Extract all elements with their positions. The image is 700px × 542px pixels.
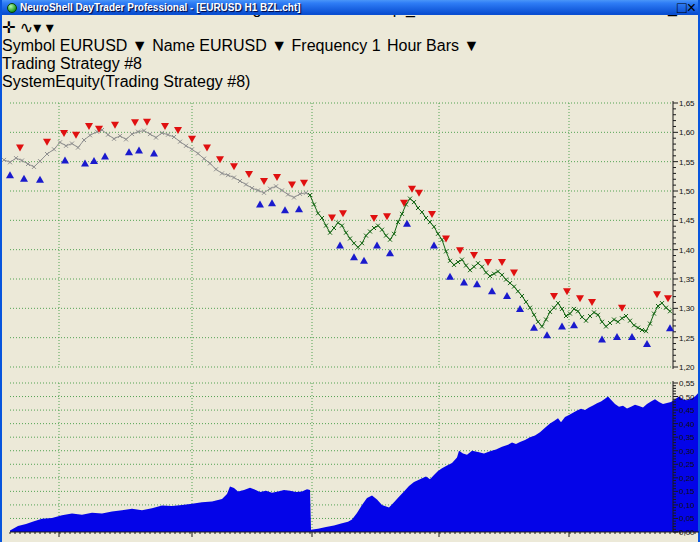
- trendline-icon: ∿: [20, 19, 33, 36]
- svg-text:0,25: 0,25: [679, 460, 695, 469]
- chevron-down-icon: ▾: [46, 19, 54, 36]
- application-window: NeuroShell DayTrader Professional - [EUR…: [0, 0, 700, 542]
- name-value: EURUSD: [199, 37, 267, 54]
- toolbar: ✛ ∿▾ ▾: [2, 18, 698, 37]
- price-pane-header: Trading Strategy #8: [2, 55, 698, 73]
- frequency-unit-value: Hour Bars: [387, 37, 459, 54]
- equity-pane-header: SystemEquity(Trading Strategy #8): [2, 73, 698, 91]
- svg-text:1,45: 1,45: [679, 216, 695, 225]
- frequency-label: Frequency: [292, 37, 368, 54]
- svg-text:1,30: 1,30: [679, 304, 695, 313]
- window-title: NeuroShell DayTrader Professional - [EUR…: [20, 2, 668, 13]
- name-label: Name: [152, 37, 195, 54]
- maximize-button[interactable]: □: [677, 0, 687, 17]
- svg-text:0,50: 0,50: [679, 393, 695, 402]
- minimize-button[interactable]: _: [668, 0, 677, 17]
- pan-tool-button[interactable]: ✛: [2, 19, 15, 36]
- chart-region: Trading Strategy #8 SystemEquity(Trading…: [2, 55, 698, 542]
- symbol-label: Symbol: [2, 37, 55, 54]
- pan-cross-icon: ✛: [2, 19, 15, 36]
- frequency-input[interactable]: 1: [372, 37, 387, 54]
- dropdown-arrow-icon[interactable]: ▼: [132, 37, 148, 54]
- chart-canvas[interactable]: 1,651,601,551,501,451,401,351,301,251,20…: [2, 91, 698, 542]
- chevron-down-icon: ▾: [33, 19, 41, 36]
- svg-text:1,20: 1,20: [679, 363, 695, 372]
- svg-text:1,65: 1,65: [679, 99, 695, 108]
- close-button[interactable]: ×: [687, 0, 696, 17]
- svg-text:1,55: 1,55: [679, 158, 695, 167]
- svg-text:1,60: 1,60: [679, 128, 695, 137]
- app-icon: [7, 3, 17, 13]
- svg-text:0,15: 0,15: [679, 487, 695, 496]
- price-pane-title: Trading Strategy #8: [2, 55, 142, 72]
- svg-text:0,20: 0,20: [679, 474, 695, 483]
- svg-text:0,35: 0,35: [679, 433, 695, 442]
- symbol-frequency-bar: Symbol EURUSD ▼ Name EURUSD ▼ Frequency …: [2, 37, 698, 55]
- frequency-value: 1: [372, 37, 381, 54]
- dropdown-arrow-icon[interactable]: ▼: [271, 37, 287, 54]
- svg-text:0,40: 0,40: [679, 420, 695, 429]
- svg-text:0,55: 0,55: [679, 379, 695, 388]
- svg-text:0,05: 0,05: [679, 514, 695, 523]
- name-combobox[interactable]: EURUSD ▼: [199, 37, 291, 54]
- symbol-combobox[interactable]: EURUSD ▼: [60, 37, 152, 54]
- equity-pane-title: SystemEquity(Trading Strategy #8): [2, 73, 250, 90]
- dropdown-arrow-icon[interactable]: ▼: [463, 37, 479, 54]
- title-bar[interactable]: NeuroShell DayTrader Professional - [EUR…: [2, 0, 698, 15]
- svg-text:1,35: 1,35: [679, 275, 695, 284]
- svg-text:0,30: 0,30: [679, 447, 695, 456]
- pattern-tool-button[interactable]: ▾: [46, 19, 54, 36]
- svg-text:0,45: 0,45: [679, 406, 695, 415]
- svg-text:1,25: 1,25: [679, 334, 695, 343]
- frequency-unit-combobox[interactable]: Hour Bars ▼: [387, 37, 479, 54]
- symbol-value: EURUSD: [60, 37, 128, 54]
- svg-text:1,50: 1,50: [679, 187, 695, 196]
- trendline-tool-button[interactable]: ∿▾: [20, 19, 41, 36]
- svg-text:0,10: 0,10: [679, 501, 695, 510]
- svg-text:1,40: 1,40: [679, 246, 695, 255]
